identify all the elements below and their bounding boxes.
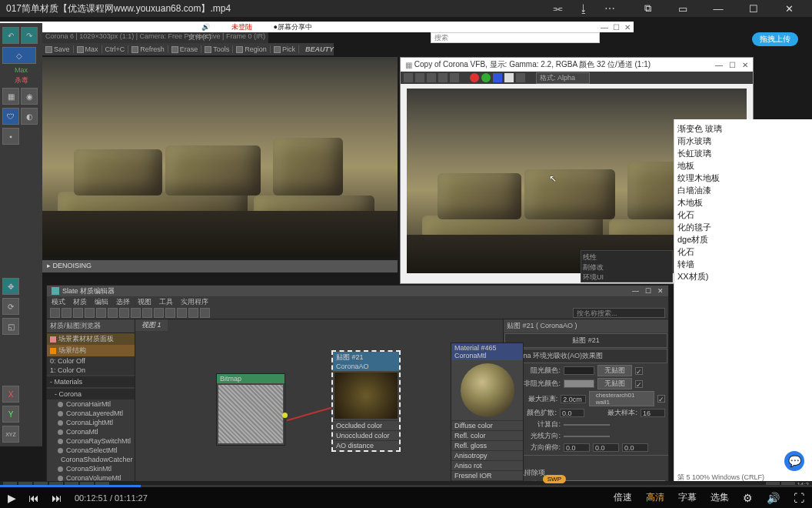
slate-tool-10[interactable] bbox=[154, 308, 164, 318]
vfb-clear-icon[interactable] bbox=[450, 73, 459, 82]
region-button[interactable]: Region bbox=[233, 45, 271, 53]
maxdist-name[interactable]: chesterarch01 wall1 bbox=[589, 391, 654, 406]
max-tool-1[interactable]: ▦ bbox=[2, 88, 19, 105]
vfb-blue-icon[interactable] bbox=[493, 73, 502, 82]
quality-button[interactable]: 高清 bbox=[646, 491, 664, 504]
share-icon[interactable]: ⫘ bbox=[552, 2, 563, 15]
ctrlc-button[interactable]: Ctrl+C bbox=[102, 45, 129, 53]
materials-header[interactable]: - Materials bbox=[47, 376, 135, 387]
slate-min-icon[interactable]: — bbox=[632, 287, 639, 295]
max-undo-icon[interactable]: ↶ bbox=[2, 27, 19, 44]
slate-menu-mode[interactable]: 模式 bbox=[52, 297, 65, 307]
upload-button[interactable]: 拖拽上传 bbox=[752, 32, 798, 46]
calcfrom-btn[interactable] bbox=[564, 424, 610, 426]
slate-menu-view[interactable]: 视图 bbox=[138, 297, 151, 307]
pitch1-input[interactable]: 0.0 bbox=[564, 443, 590, 452]
pitch3-input[interactable]: 0.0 bbox=[622, 443, 648, 452]
vfb-format-select[interactable]: 格式: Alpha bbox=[536, 72, 590, 84]
samples-input[interactable]: 16 bbox=[641, 409, 665, 417]
raydir-btn[interactable] bbox=[564, 436, 610, 437]
slate-tool-6[interactable] bbox=[108, 308, 118, 318]
color-off-row[interactable]: 0: Color Off bbox=[47, 356, 135, 366]
slate-tool-2[interactable] bbox=[62, 308, 72, 318]
vfb-clone-icon[interactable] bbox=[427, 73, 436, 82]
minimize-button[interactable]: — bbox=[701, 1, 735, 16]
maxdist-chk[interactable]: ✓ bbox=[657, 395, 665, 403]
mini-button[interactable]: ▭ bbox=[666, 1, 700, 16]
max-button[interactable]: Max bbox=[74, 45, 102, 53]
mat-item-2[interactable]: CoronaLightMtl bbox=[47, 418, 135, 427]
bitmap-out-pin[interactable] bbox=[282, 413, 288, 418]
file-menu[interactable]: 文件(F) bbox=[188, 32, 211, 42]
mat-item-0[interactable]: CoronaHairMtl bbox=[47, 399, 135, 409]
slate-menu-tools[interactable]: 工具 bbox=[159, 297, 173, 307]
pip-button[interactable]: ⧉ bbox=[631, 1, 664, 16]
sec-maximize-icon[interactable]: ☐ bbox=[613, 23, 620, 32]
param-group[interactable]: Corona 环境光吸收(AO)效果图 bbox=[504, 349, 667, 363]
mat-item-6[interactable]: CoronaShadowCatcher bbox=[47, 455, 135, 464]
max-x-icon[interactable]: X bbox=[2, 386, 19, 403]
vfb-red-icon[interactable] bbox=[470, 73, 479, 82]
occ-color-swatch[interactable] bbox=[564, 366, 594, 375]
slate-search[interactable]: 按名称搜索... bbox=[573, 308, 665, 318]
sec-close-icon[interactable]: ✕ bbox=[624, 23, 631, 32]
corona-header[interactable]: - Corona bbox=[47, 389, 135, 399]
corona-ao-node[interactable]: 贴图 #21CoronaAO Occluded color Unoccluded… bbox=[331, 350, 401, 452]
maxdist-input[interactable]: 2.0cm bbox=[561, 395, 585, 403]
save-button[interactable]: Save bbox=[42, 45, 74, 53]
view-tab[interactable]: 视图 1 bbox=[135, 319, 168, 331]
unocc-map-btn[interactable]: 无贴图 bbox=[597, 378, 632, 389]
mat-item-1[interactable]: CoronaLayeredMtl bbox=[47, 409, 135, 418]
slate-tool-9[interactable] bbox=[142, 308, 152, 318]
slate-menu-edit[interactable]: 编辑 bbox=[95, 297, 108, 307]
slate-tool-4[interactable] bbox=[85, 308, 95, 318]
volume-icon[interactable]: 🔊 bbox=[767, 492, 780, 504]
bitmap-node[interactable]: Bitmap bbox=[216, 373, 285, 446]
pitch2-input[interactable]: 0.0 bbox=[593, 443, 619, 452]
vfb-green-icon[interactable] bbox=[481, 73, 491, 82]
unocc-chk[interactable]: ✓ bbox=[635, 380, 643, 388]
erase-button[interactable]: Erase bbox=[168, 45, 202, 53]
max-cube-icon[interactable]: ◇ bbox=[2, 47, 36, 64]
more-icon[interactable]: ⋯ bbox=[604, 2, 615, 15]
vfb-close-icon[interactable]: ✕ bbox=[742, 61, 748, 69]
color-on-row[interactable]: 1: Color On bbox=[47, 366, 135, 375]
spread-input[interactable]: 0.0 bbox=[560, 409, 584, 417]
search-box[interactable]: 搜索 bbox=[431, 32, 600, 43]
slate-max-icon[interactable]: ☐ bbox=[645, 287, 651, 295]
next-button[interactable]: ⏭ bbox=[52, 492, 62, 504]
occ-map-btn[interactable]: 无贴图 bbox=[597, 365, 632, 376]
max-tool-3[interactable]: ◐ bbox=[21, 108, 38, 125]
mat-item-4[interactable]: CoronaRaySwitchMtl bbox=[47, 436, 135, 446]
download-icon[interactable]: ⭳ bbox=[578, 2, 589, 15]
slate-menu-select[interactable]: 选择 bbox=[116, 297, 130, 307]
scene-row[interactable]: 场景结构 bbox=[47, 345, 135, 356]
slate-tool-13[interactable] bbox=[188, 308, 198, 318]
slate-tool-7[interactable] bbox=[119, 308, 129, 318]
episodes-button[interactable]: 选集 bbox=[710, 491, 729, 504]
max-rotate-icon[interactable]: ⟳ bbox=[2, 298, 19, 315]
settings-icon[interactable]: ⚙ bbox=[743, 492, 753, 504]
max-scale-icon[interactable]: ◱ bbox=[2, 318, 19, 335]
vfb-maximize-icon[interactable]: ☐ bbox=[729, 61, 736, 69]
corona-mtl-node[interactable]: Material #465CoronaMtl Diffuse color Ref… bbox=[451, 343, 524, 491]
vfb-print-icon[interactable] bbox=[438, 73, 448, 82]
max-redo-icon[interactable]: ↷ bbox=[21, 27, 38, 44]
maximize-button[interactable]: ☐ bbox=[737, 1, 770, 16]
max-tool-2[interactable]: ◉ bbox=[21, 88, 38, 105]
pick-button[interactable]: Pick bbox=[271, 45, 299, 53]
node-canvas[interactable]: 视图 1 Bitmap 贴图 #21CoronaAO Occluded colo… bbox=[135, 319, 503, 485]
scene-panel-row[interactable]: 场景素材材质面板 bbox=[47, 333, 135, 345]
mat-item-3[interactable]: CoronaMtl bbox=[47, 427, 135, 436]
slate-tool-12[interactable] bbox=[177, 308, 187, 318]
vfb-copy-icon[interactable] bbox=[415, 73, 424, 82]
slate-tool-5[interactable] bbox=[96, 308, 106, 318]
max-tool-4[interactable]: ▪ bbox=[2, 128, 19, 145]
slate-tool-1[interactable] bbox=[50, 308, 60, 318]
fullscreen-icon[interactable]: ⛶ bbox=[794, 492, 804, 504]
refresh-button[interactable]: Refresh bbox=[128, 45, 168, 53]
slate-menu-mat[interactable]: 材质 bbox=[73, 297, 87, 307]
chat-bubble-icon[interactable]: 💬 bbox=[784, 451, 804, 471]
max-y-icon[interactable]: Y bbox=[2, 406, 19, 423]
sec-minimize-icon[interactable]: — bbox=[601, 23, 608, 32]
